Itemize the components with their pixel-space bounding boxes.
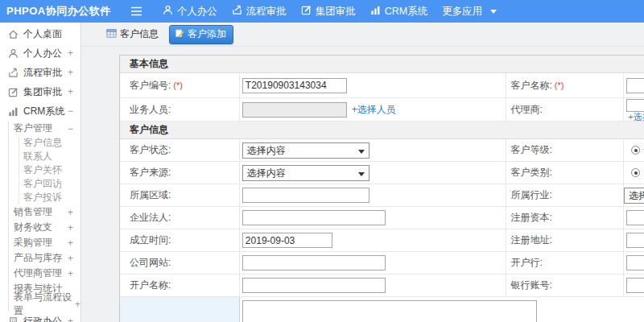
sidebar-item-products-inventory[interactable]: 产品与库存 + (9, 250, 80, 266)
field-label: 银行账号: (511, 279, 552, 292)
customer-add-form: 基本信息 客户编号:(*) 客户名称:(*) 业务人员: +选择人员 代理商: … (119, 55, 644, 322)
remark-label-cell (120, 297, 240, 322)
field-label: 代理商: (511, 103, 543, 117)
sidebar-item-form-flow-settings[interactable]: 表单与流程设置+ (9, 296, 80, 312)
field-label: 企业法人: (130, 211, 171, 225)
nav-personal-office[interactable]: 个人办公 (155, 5, 225, 19)
legal-person-input[interactable] (242, 210, 386, 225)
required-marker: (*) (555, 80, 564, 90)
chart-icon (7, 106, 19, 117)
field-label: 成立时间: (130, 233, 171, 247)
field-label: 开户行: (511, 256, 543, 270)
expand-toggle[interactable]: + (68, 47, 73, 59)
select-salesman-link[interactable]: +选择人员 (352, 103, 396, 117)
top-header: PHPOA协同办公软件 个人办公 流程审批 集团审批 CRM系统 更多应用 (0, 0, 644, 23)
expand-toggle[interactable]: + (68, 268, 73, 279)
collapse-toggle[interactable]: − (68, 123, 73, 134)
sidebar-item-customer-visit[interactable]: 客户回访 (19, 177, 80, 191)
region-input[interactable] (242, 188, 369, 203)
field-label: 所属行业: (511, 188, 552, 202)
category-radio[interactable] (631, 168, 640, 177)
expand-toggle[interactable]: + (75, 299, 80, 310)
nav-flow-approval[interactable]: 流程审批 (225, 5, 294, 19)
tab-bar: 客户信息 客户添加 (81, 23, 644, 47)
form-row: 成立时间: 注册地址: (120, 229, 644, 252)
sidebar-item-crm-system[interactable]: CRM系统 − (0, 101, 80, 121)
customer-no-input[interactable] (242, 78, 347, 93)
sidebar-item-purchasing[interactable]: 采购管理 + (9, 235, 80, 250)
select-agent-link[interactable]: +选择代理商 (628, 112, 644, 122)
flow-icon (232, 5, 242, 18)
edit-icon (7, 87, 19, 97)
account-name-input[interactable] (242, 278, 386, 293)
field-label: 公司网站: (130, 256, 171, 270)
field-label: 客户状态: (130, 143, 171, 157)
expand-toggle[interactable]: + (68, 316, 73, 322)
nav-more-apps[interactable]: 更多应用 (435, 5, 504, 19)
table-grid-icon (106, 28, 117, 41)
section-title: 客户信息 (130, 123, 168, 137)
sidebar-item-contacts[interactable]: 联系人 (19, 150, 80, 163)
collapse-toggle[interactable]: − (68, 105, 73, 117)
customer-status-select[interactable]: 选择内容 (242, 142, 369, 159)
form-row: 客户状态: 选择内容 客户等级: 一星 (120, 139, 644, 162)
chart-icon (370, 5, 381, 18)
caret-down-icon (490, 10, 497, 17)
header-nav: 个人办公 流程审批 集团审批 CRM系统 更多应用 (155, 5, 504, 19)
crm-submenu: 客户管理 − 客户信息 联系人 客户关怀 客户回访 客户投诉 销售管理 + 财务… (8, 121, 80, 312)
home-icon (7, 29, 19, 39)
section-header-basic: 基本信息 (120, 56, 644, 73)
sidebar-item-customer-care[interactable]: 客户关怀 (19, 163, 80, 177)
tab-customer-add[interactable]: 客户添加 (169, 25, 233, 44)
expand-toggle[interactable]: + (68, 222, 73, 233)
section-title: 基本信息 (130, 57, 168, 71)
field-label: 客户名称: (511, 79, 552, 93)
reg-address-input[interactable] (626, 233, 644, 248)
sidebar-item-agent-mgmt[interactable]: 代理商管理 + (9, 266, 80, 281)
field-label: 开户名称: (130, 279, 171, 292)
expand-toggle[interactable]: + (68, 67, 73, 78)
expand-toggle[interactable]: + (68, 86, 73, 97)
remark-textarea[interactable] (242, 300, 537, 322)
add-edit-icon (175, 28, 184, 40)
field-label: 注册地址: (511, 233, 552, 247)
expand-toggle[interactable]: + (68, 207, 73, 218)
tab-customer-info[interactable]: 客户信息 (106, 27, 159, 41)
sidebar-item-desktop[interactable]: 个人桌面 (0, 24, 80, 43)
expand-toggle[interactable]: + (68, 237, 73, 249)
section-header-customer: 客户信息 (120, 122, 644, 139)
bank-input[interactable] (626, 255, 644, 270)
reg-capital-input[interactable] (626, 210, 644, 225)
sidebar-item-customer-info[interactable]: 客户信息 (19, 136, 80, 150)
industry-select[interactable]: 选择内容 (624, 188, 644, 204)
sidebar-item-sales-mgmt[interactable]: 销售管理 + (9, 204, 80, 220)
website-input[interactable] (242, 255, 386, 270)
field-label: 客户类别: (511, 166, 552, 180)
sidebar-item-personal-office[interactable]: 个人办公 + (0, 43, 80, 63)
sidebar-item-customer-mgmt[interactable]: 客户管理 − (9, 121, 80, 136)
salesman-input[interactable] (242, 102, 347, 118)
field-label: 客户来源: (130, 166, 171, 180)
form-row: 业务人员: +选择人员 代理商: +选择代理商 (120, 98, 644, 122)
customer-name-input[interactable] (626, 78, 644, 93)
menu-toggle-icon[interactable] (130, 6, 142, 16)
sidebar-item-group-approval[interactable]: 集团审批 + (0, 82, 80, 101)
agent-input[interactable] (626, 99, 644, 112)
customer-source-select[interactable]: 选择内容 (242, 165, 369, 181)
sidebar-item-admin-office[interactable]: 行政办公 + (0, 312, 80, 322)
form-row: 客户编号:(*) 客户名称:(*) (120, 73, 644, 98)
user-icon (163, 5, 173, 18)
customer-mgmt-submenu: 客户信息 联系人 客户关怀 客户回访 客户投诉 (19, 136, 80, 204)
founded-date-input[interactable] (242, 233, 332, 248)
sidebar-item-finance[interactable]: 财务收支 + (9, 220, 80, 235)
sidebar-item-flow-approval[interactable]: 流程审批 + (0, 63, 80, 82)
bank-account-input[interactable] (626, 278, 644, 293)
form-row: 所属区域: 所属行业: 选择内容 (120, 184, 644, 207)
form-row: 开户名称: 银行账号: (120, 275, 644, 297)
expand-toggle[interactable]: + (68, 253, 73, 264)
sidebar-item-customer-complaint[interactable]: 客户投诉 (19, 191, 80, 204)
grade-radio[interactable] (631, 146, 640, 155)
form-row (120, 297, 644, 322)
nav-group-approval[interactable]: 集团审批 (294, 5, 363, 19)
nav-crm-system[interactable]: CRM系统 (363, 5, 435, 19)
